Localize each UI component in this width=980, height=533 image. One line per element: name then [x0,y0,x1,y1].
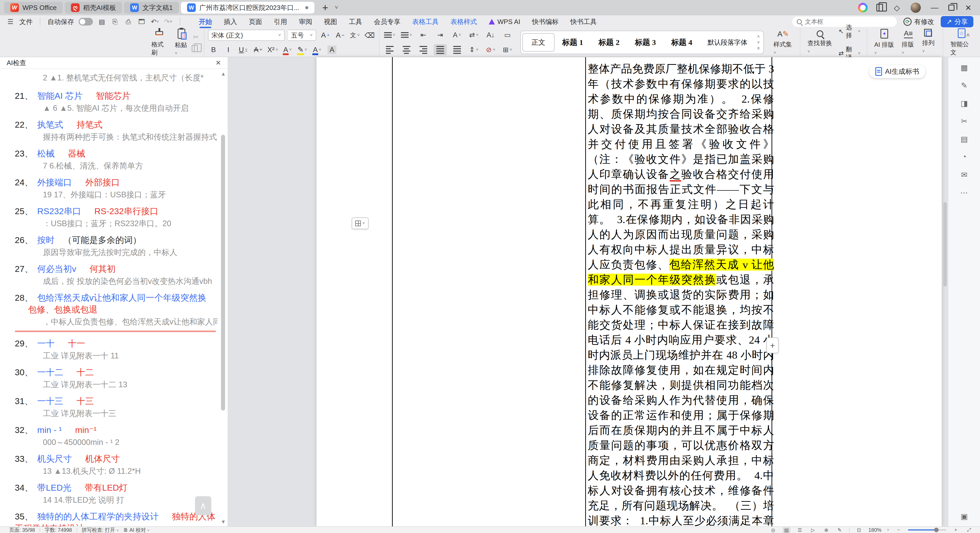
suggestion-term[interactable]: 十三 [76,396,94,406]
paste-button[interactable]: 粘贴˅ [171,29,192,56]
menu-item-11[interactable]: 快书编标 [526,15,565,28]
wrong-term[interactable]: min - ¹ [37,425,62,435]
decrease-font-icon[interactable]: A− [334,30,346,41]
ai-check-item[interactable]: 32、min - ¹min⁻¹000～450000min - ¹ 2 [15,424,218,447]
menu-item-9[interactable]: 表格样式 [445,15,483,28]
ai-check-item[interactable]: 33、机头尺寸机体尺寸13 ▲13.机头尺寸: Ø 11.2*H [15,453,218,476]
cut-icon[interactable]: ✂ [192,33,200,41]
line-spacing-button[interactable]: ⇕˅ [467,44,480,56]
borders-button[interactable]: ⊞˅ [501,44,514,56]
clear-format-eraser-icon[interactable]: ⌫ [364,30,375,41]
wrong-term[interactable]: 按时 [37,235,55,245]
page-indicator[interactable]: 页面: 35/98 [9,527,35,533]
style-default-font[interactable]: 默认段落字体 [700,38,755,47]
restore-button[interactable] [948,5,955,11]
notes-icon[interactable]: ▤ [959,133,970,145]
text-wrap-icon[interactable]: ⇄˅ [467,29,480,41]
more-tools-icon[interactable]: ⋯ [959,187,970,198]
zoom-level[interactable]: 180% [869,527,881,533]
ai-check-item[interactable]: 26、按时（可能是多余的词）原因导致审批无法按时完成的，中标人 [15,234,218,258]
menu-item-7[interactable]: 会员专享 [368,15,406,28]
ai-generate-bid-button[interactable]: AI生成标书 [869,65,925,78]
ai-check-item[interactable]: 21、智能AI 芯片智能芯片▲ 6 ▲5. 智能AI 芯片，每次使用自动开启 [15,90,218,113]
highlighter-icon[interactable]: ◨ [959,97,970,109]
suggestion-term[interactable]: 机体尺寸 [85,454,120,463]
suggestion-term[interactable]: 器械 [68,149,85,158]
ai-assistant-icon[interactable] [858,3,868,13]
autosave-toggle[interactable] [79,18,93,25]
menu-item-12[interactable]: 快书工具 [565,15,603,28]
wrong-term[interactable]: 何必当初v [37,264,76,274]
floating-table-icon[interactable]: ˅ [352,218,369,229]
wrong-term[interactable]: 包给浑然天成v让他和家人同一个年级突然换 [37,293,207,302]
user-avatar[interactable] [911,3,921,13]
wrong-term[interactable]: 松械 [37,149,55,158]
ai-check-item[interactable]: 35、独特的的人体工程学的夹持设计独特的人体工程学的夹持设计5 5.独特的的人体… [15,511,218,527]
ai-check-item[interactable]: 27、何必当初v何其初成后，按 投放的染色何必当初v改变热水沟通vbh [15,263,218,286]
tab-ruler-icon[interactable]: ▭ [501,29,514,41]
italic-button[interactable]: I [223,45,234,55]
panel-scrollbar[interactable]: ▲ ▼ [221,71,226,525]
strikethrough-button[interactable]: A˅ [252,45,264,55]
undo-icon[interactable]: ↶˅ [151,18,159,26]
suggestion-term[interactable]: 智能芯片 [96,91,130,100]
wrong-term[interactable]: 一十 [37,339,55,348]
share-button[interactable]: ↗ 分享 [941,16,974,27]
wrong-term[interactable]: 独特的的人体工程学的夹持设计 [37,512,159,521]
fullscreen-icon[interactable]: ⤢ [965,527,973,533]
zoom-out-button[interactable]: − [895,527,902,533]
font-size-select[interactable]: 五号˅ [288,30,316,41]
close-button[interactable]: ✕ [963,3,974,12]
char-color-button[interactable]: A˅ [312,45,323,55]
align-left-button[interactable] [383,44,396,56]
collapse-ribbon-icon[interactable]: ˄ [966,32,970,39]
tab-list-chevron-icon[interactable]: ˅ [335,4,338,11]
web-view-icon[interactable]: ⊕ [822,527,830,533]
find-replace-button[interactable]: 查找替换˅ [804,30,836,54]
bold-button[interactable]: B [208,45,219,55]
char-shading-button[interactable]: A [326,45,338,55]
menu-item-1[interactable]: 插入 [218,15,243,28]
font-name-select[interactable]: 宋体 (正文)˅ [208,30,285,41]
wrong-term[interactable]: 执笔式 [37,120,63,129]
menu-item-3[interactable]: 引用 [268,15,293,28]
print-preview-icon[interactable]: 🗔 [137,18,146,26]
apps-cube-icon[interactable]: ◇ [892,3,902,12]
increase-font-icon[interactable]: A+ [320,30,331,41]
smart-doc-button[interactable]: ☆ 智能公文 [947,28,977,56]
suggestion-term[interactable]: （可能是多余的词） [63,235,142,245]
document-scrollbar[interactable] [943,59,947,524]
layers-icon[interactable]: ▣ [959,511,970,522]
tab-docer-template[interactable]: ღ 稻壳AI模板 [65,2,122,14]
copy-icon[interactable] [192,45,198,52]
wrong-term[interactable]: 机头尺寸 [37,454,72,463]
print-icon[interactable]: ⎙ [124,18,133,26]
tab-document-1[interactable]: W 文字文稿1 [124,2,179,14]
cut-tool-icon[interactable]: ✂ [959,115,970,127]
ai-check-item[interactable]: 23、松械器械7 6.松械、清洗、保养简单方 [15,148,218,171]
style-body[interactable]: 正文 [522,33,555,52]
style-heading-2[interactable]: 标题 2 [591,37,627,48]
menu-item-6[interactable]: 工具 [343,15,368,28]
suggestion-term[interactable]: 外部接口 [85,177,120,187]
wrong-term[interactable]: 智能AI 芯片 [37,91,83,100]
tab-document-active[interactable]: W 广州市荔湾区口腔医院2023年口... [181,2,315,14]
zoom-slider[interactable] [908,530,946,530]
scroll-down-icon[interactable]: ▼ [221,519,226,525]
numbered-list-button[interactable]: ˅ [400,29,413,41]
justify-button[interactable] [434,44,447,56]
hamburger-icon[interactable]: ☰ [6,18,15,26]
increase-indent-icon[interactable]: ⇥ [434,29,447,41]
ai-check-item[interactable]: 22、执笔式持笔式握持有两种把手可换：执笔式和传统注射器握持式 [15,119,218,142]
file-menu[interactable]: 文件 [19,18,33,26]
table-add-column-button[interactable]: + [767,337,779,353]
char-scale-icon[interactable]: A˅ [450,29,464,41]
history-icon[interactable]: ◔ [959,151,970,162]
scroll-up-icon[interactable]: ▲ [221,71,226,77]
menu-item-4[interactable]: 审阅 [293,15,318,28]
suggestion-term[interactable]: 十二 [76,368,94,377]
read-mode-icon[interactable]: ▷ [809,527,817,533]
menu-item-10[interactable]: WPS AI [483,15,526,28]
tab-wps-home[interactable]: W WPS Office [4,2,63,14]
zoom-in-button[interactable]: + [952,527,959,533]
